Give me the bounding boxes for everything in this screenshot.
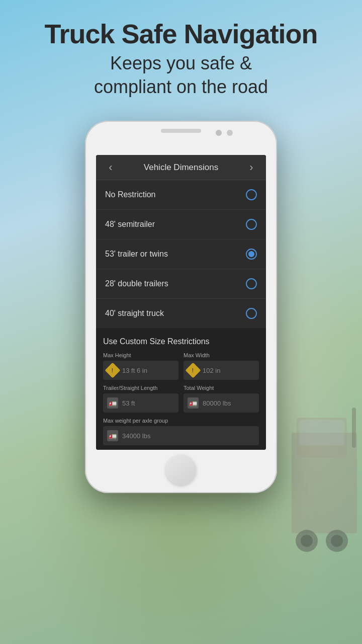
custom-size-label: Use Custom Size Restrictions: [103, 334, 259, 352]
max-height-value: 13 ft 6 in: [122, 367, 147, 374]
option-48-semitrailer[interactable]: 48' semitrailer: [96, 210, 266, 239]
trailer-length-label: Trailer/Straight Length: [103, 385, 178, 391]
total-weight-label: Total Weight: [184, 385, 259, 391]
total-weight-value: 80000 lbs: [203, 399, 231, 407]
axle-weight-value: 34000 lbs: [122, 432, 150, 440]
option-no-restriction[interactable]: No Restriction: [96, 180, 266, 210]
svg-point-4: [301, 535, 313, 547]
axle-weight-label: Max weight per axle group: [103, 418, 259, 424]
svg-rect-7: [352, 408, 356, 448]
back-button[interactable]: ‹: [103, 161, 118, 174]
total-weight-input[interactable]: 🚛 80000 lbs: [184, 393, 259, 413]
option-28-double[interactable]: 28' double trailers: [96, 269, 266, 299]
phone-frame: ‹ Vehicle Dimensions › No Restriction 48…: [85, 121, 277, 493]
max-width-group: Max Width ! 102 in: [184, 352, 259, 380]
trailer-length-value: 53 ft: [122, 399, 135, 407]
trailer-length-input[interactable]: 🚛 53 ft: [103, 393, 178, 413]
width-warning-icon: !: [185, 362, 201, 378]
radio-40-straight: [246, 308, 257, 319]
vehicle-options-list: No Restriction 48' semitrailer 53' trail…: [96, 180, 266, 450]
truck-silhouette: [282, 392, 362, 564]
app-title: Truck Safe Navigation: [0, 19, 362, 49]
phone-camera-right: [227, 130, 233, 136]
weight-truck-icon: 🚛: [188, 397, 199, 409]
header-section: Truck Safe Navigation Keeps you safe & c…: [0, 0, 362, 99]
trailer-length-group: Trailer/Straight Length 🚛 53 ft: [103, 385, 178, 413]
max-height-input[interactable]: ! 13 ft 6 in: [103, 361, 178, 380]
max-width-input[interactable]: ! 102 in: [184, 361, 259, 380]
app-subtitle: Keeps you safe & compliant on the road: [0, 52, 362, 99]
phone-speaker: [161, 129, 201, 133]
custom-size-section: Use Custom Size Restrictions Max Height …: [96, 328, 266, 450]
axle-truck-icon: 🚛: [107, 430, 118, 441]
phone-screen: ‹ Vehicle Dimensions › No Restriction 48…: [96, 155, 266, 450]
radio-53-trailer: [246, 249, 257, 260]
fields-row-2: Trailer/Straight Length 🚛 53 ft Total We…: [103, 385, 259, 413]
axle-weight-input[interactable]: 🚛 34000 lbs: [103, 426, 259, 445]
phone-home-button[interactable]: [166, 455, 196, 485]
svg-point-6: [331, 535, 343, 547]
radio-28-double: [246, 278, 257, 289]
option-40-straight[interactable]: 40' straight truck: [96, 299, 266, 328]
max-width-label: Max Width: [184, 352, 259, 358]
height-warning-icon: !: [105, 362, 120, 378]
navigation-bar: ‹ Vehicle Dimensions ›: [96, 155, 266, 180]
max-height-group: Max Height ! 13 ft 6 in: [103, 352, 178, 380]
axle-weight-group: Max weight per axle group 🚛 34000 lbs: [103, 418, 259, 445]
screen-title: Vehicle Dimensions: [144, 163, 218, 173]
fields-row-1: Max Height ! 13 ft 6 in Max Width !: [103, 352, 259, 380]
max-height-label: Max Height: [103, 352, 178, 358]
max-width-value: 102 in: [203, 367, 220, 374]
option-53-trailer[interactable]: 53' trailer or twins: [96, 239, 266, 269]
total-weight-group: Total Weight 🚛 80000 lbs: [184, 385, 259, 413]
trailer-truck-icon: 🚛: [107, 397, 118, 409]
fields-row-3: Max weight per axle group 🚛 34000 lbs: [103, 418, 259, 445]
svg-rect-2: [299, 420, 344, 445]
forward-button[interactable]: ›: [244, 161, 259, 174]
radio-no-restriction: [246, 189, 257, 200]
phone-camera-left: [216, 130, 222, 136]
radio-48-semitrailer: [246, 219, 257, 230]
